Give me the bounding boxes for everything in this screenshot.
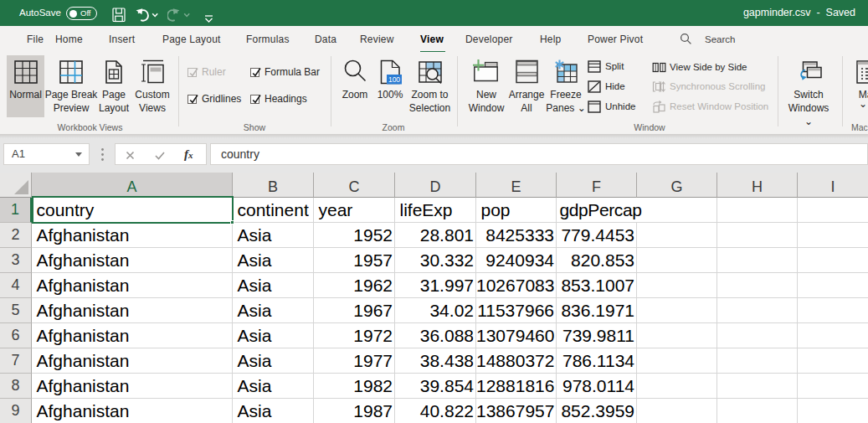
svg-text:100: 100	[388, 75, 400, 84]
